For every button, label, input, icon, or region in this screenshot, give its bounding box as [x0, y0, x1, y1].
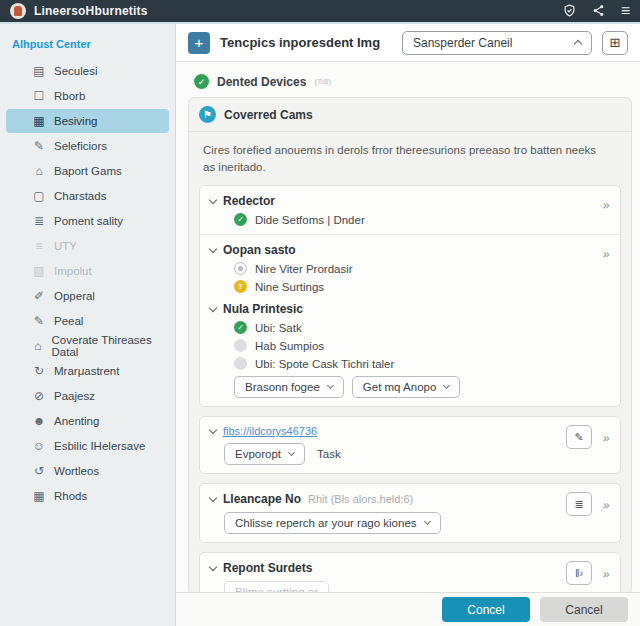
add-button[interactable]: +	[188, 32, 210, 54]
step-description: Cires forefied anouems in derols frror t…	[189, 132, 619, 185]
cancel-button[interactable]: Cancel	[540, 597, 628, 622]
sidebar-item-label: Charstads	[54, 190, 106, 202]
expand-forward-icon[interactable]: »	[602, 567, 612, 581]
section-title: Nula Printesic	[223, 302, 303, 316]
sidebar-item-paajesz[interactable]: ⊘Paajesz	[6, 384, 169, 408]
report-chart-button[interactable]: ‖›	[566, 561, 592, 585]
content-area: ✓ Dented Devices (7/8) ⚑ Coverred Cams C…	[176, 62, 640, 592]
sidebar-item-label: UTY	[54, 240, 77, 252]
section-title: Repont Surdets	[223, 561, 312, 575]
main-panel: + Tencpics inporesdent Img Sansperder Ca…	[176, 24, 640, 626]
step-completed-label: Dented Devices	[217, 75, 306, 89]
section-repont: Repont Surdets Blime surtting ar ‖› »	[200, 553, 620, 592]
section-lleancape: Lleancape No Rhit (Bls alors.held:6) Chl…	[200, 484, 620, 542]
chevron-down-icon[interactable]	[209, 494, 217, 502]
sidebar-item-label: Seculesi	[54, 65, 97, 77]
link-card: fibs://ildcorys46736 Evporopt Task ✎ »	[199, 416, 621, 474]
section-title: Redector	[223, 194, 275, 208]
expand-forward-icon[interactable]: »	[602, 198, 612, 212]
sidebar-item-opperal[interactable]: ✐Opperal	[6, 284, 169, 308]
evporopt-dropdown-button[interactable]: Evporopt	[224, 443, 305, 465]
sidebar-item-esbilic[interactable]: ☺Esbilic IHelersave	[6, 434, 169, 458]
check-circle-icon: ✓	[234, 321, 247, 334]
chevron-down-icon	[288, 449, 295, 456]
check-circle-icon: ✓	[234, 213, 247, 226]
step-completed-note: (7/8)	[314, 77, 330, 86]
research-dropdown-button[interactable]: Chlisse reperch ar your rago kiones	[224, 512, 441, 534]
sidebar-item-mrarmastrent[interactable]: ↻Mrarμastrent	[6, 359, 169, 383]
status-item: ✓ Ubi: Satk	[234, 321, 610, 334]
speaker-icon: ≡	[32, 239, 46, 253]
sidebar-item-uty[interactable]: ≡UTY	[6, 234, 169, 258]
button-label: Brasonn fogee	[245, 381, 320, 393]
sidebar-item-seculesi[interactable]: ▤Seculesi	[6, 59, 169, 83]
chevron-down-icon	[443, 382, 450, 389]
sidebar-item-baport-gams[interactable]: ⌂Baport Gams	[6, 159, 169, 183]
status-item-label: Nine Surtings	[255, 281, 324, 293]
sidebar-item-label: Esbilic IHelersave	[54, 440, 145, 452]
chevron-down-icon[interactable]	[209, 426, 217, 434]
brasonn-dropdown-button[interactable]: Brasonn fogee	[234, 376, 344, 398]
repont-card: Repont Surdets Blime surtting ar ‖› »	[199, 552, 621, 592]
section-title: Lleancape No	[223, 492, 301, 506]
hamburger-menu-icon[interactable]: ≡	[621, 3, 630, 19]
smiley-icon: ☺	[32, 439, 46, 453]
checkbox-icon: ☐	[32, 89, 46, 103]
sidebar-item-charstads[interactable]: ▢Charstads	[6, 184, 169, 208]
sidebar-item-besiving[interactable]: ▦Besiving	[6, 109, 169, 133]
get-mq-dropdown-button[interactable]: Get mq Anopo	[352, 376, 461, 398]
sidebar-item-label: Paajesz	[54, 390, 95, 402]
step-current-header[interactable]: ⚑ Coverred Cams	[189, 98, 631, 132]
chevron-down-icon[interactable]	[209, 245, 217, 253]
chevron-down-icon	[327, 382, 334, 389]
share-icon[interactable]	[592, 4, 605, 19]
status-item: ? Nine Surtings	[234, 280, 610, 293]
briefcase-icon: ▢	[32, 189, 46, 203]
person-icon: ☻	[32, 414, 46, 428]
chevron-down-icon[interactable]	[209, 304, 217, 312]
header-dropdown-value: Sansperder Caneil	[413, 36, 575, 50]
id-card-icon: ▤	[32, 64, 46, 78]
chevron-down-icon[interactable]	[209, 196, 217, 204]
main-header: + Tencpics inporesdent Img Sansperder Ca…	[176, 24, 640, 62]
warning-circle-icon: ?	[234, 280, 247, 293]
chevron-down-icon[interactable]	[209, 563, 217, 571]
section-subtitle: Rhit (Bls alors.held:6)	[308, 493, 413, 505]
blime-surtting-button[interactable]: Blime surtting ar	[224, 581, 329, 592]
sidebar-item-wortleos[interactable]: ↺Wortleos	[6, 459, 169, 483]
sidebar-item-rhods[interactable]: ▦Rhods	[6, 484, 169, 508]
chevron-down-icon	[423, 518, 430, 525]
sidebar-item-label: Anenting	[54, 415, 99, 427]
home-export-icon: ⌂	[32, 339, 44, 353]
header-dropdown[interactable]: Sansperder Caneil	[402, 31, 592, 55]
section-title: Oopan sasto	[223, 243, 296, 257]
pending-circle-icon	[234, 262, 247, 275]
sidebar-item-label: Opperal	[54, 290, 95, 302]
step-completed[interactable]: ✓ Dented Devices (7/8)	[188, 70, 632, 97]
globe-icon: ⊘	[32, 389, 46, 403]
sidebar-item-label: Besiving	[54, 115, 97, 127]
edit-button[interactable]: ✎	[566, 425, 592, 449]
sync-icon: ↺	[32, 464, 46, 478]
expand-forward-icon[interactable]: »	[602, 247, 612, 261]
sidebar-item-poment-sality[interactable]: ≣Poment sality	[6, 209, 169, 233]
expand-forward-icon[interactable]: »	[602, 498, 612, 512]
confirm-button[interactable]: Concel	[442, 597, 530, 622]
sidebar-item-rborb[interactable]: ☐Rborb	[6, 84, 169, 108]
list-view-button[interactable]: ≣	[566, 492, 592, 516]
sidebar-item-impolut[interactable]: ▧Impolut	[6, 259, 169, 283]
footer-bar: Concel Cancel	[176, 592, 640, 626]
sidebar-item-coverate[interactable]: ⌂Coverate Thireases Datal	[6, 334, 169, 358]
empty-circle-icon	[234, 339, 247, 352]
status-item-label: Ubi: Satk	[255, 322, 302, 334]
apps-grid-button[interactable]: ⊞	[602, 31, 628, 55]
sidebar-item-peeal[interactable]: ✎Peeal	[6, 309, 169, 333]
shield-check-icon[interactable]	[563, 4, 576, 19]
sidebar-item-anenting[interactable]: ☻Anenting	[6, 409, 169, 433]
status-item: Hab Sumpios	[234, 339, 610, 352]
empty-circle-icon	[234, 357, 247, 370]
resource-link[interactable]: fibs://ildcorys46736	[223, 425, 317, 437]
button-label: Blime surtting ar	[235, 586, 318, 592]
expand-forward-icon[interactable]: »	[602, 431, 612, 445]
sidebar-item-seleficiors[interactable]: ✎Seleficiors	[6, 134, 169, 158]
